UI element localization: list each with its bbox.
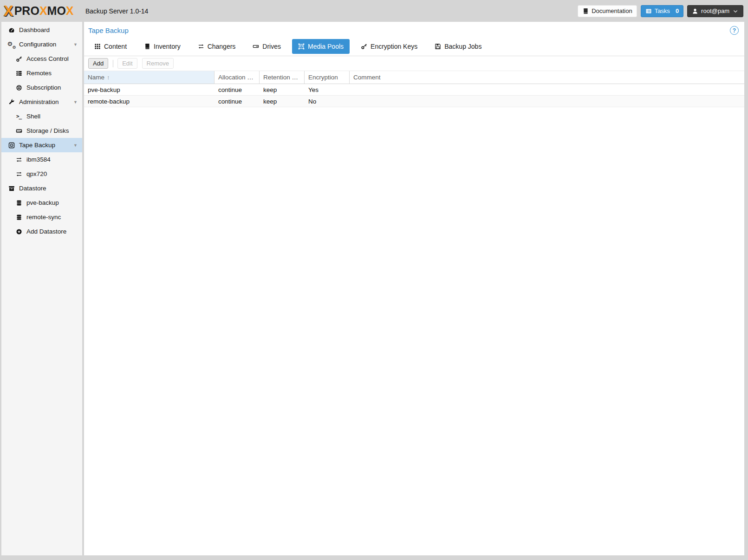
tab-bar: Content Inventory Changers Drives Media … <box>84 39 744 56</box>
column-header-name[interactable]: Name ↑ <box>84 71 215 84</box>
chevron-down-icon <box>732 8 739 14</box>
window-edge <box>744 22 746 555</box>
sidebar-item-label: Shell <box>26 113 40 120</box>
object-group-icon <box>298 43 305 50</box>
sidebar-item-label: pve-backup <box>26 199 59 206</box>
wordmark-part: X <box>39 4 47 17</box>
tape-icon <box>7 142 15 149</box>
hdd-icon <box>15 128 23 134</box>
task-list-icon <box>645 8 652 14</box>
sidebar-item-tape-backup[interactable]: Tape Backup ▼ <box>1 138 82 152</box>
tab-content[interactable]: Content <box>88 39 133 54</box>
sidebar-item-label: qpx720 <box>26 170 47 177</box>
collapse-arrow-icon[interactable]: ▼ <box>73 100 78 104</box>
content-header: Tape Backup ? <box>84 22 744 39</box>
sidebar-item-ibm3584[interactable]: ibm3584 <box>1 152 82 167</box>
database-icon <box>15 214 23 221</box>
cell-comment <box>350 84 744 95</box>
column-header-label: Encryption <box>308 74 338 81</box>
column-header-allocation[interactable]: Allocation … <box>215 71 260 84</box>
sidebar-item-label: Configuration <box>19 41 56 48</box>
sidebar-item-subscription[interactable]: Subscription <box>1 80 82 95</box>
sidebar-item-label: Datastore <box>19 185 46 192</box>
proxmox-x-logo-icon: X <box>4 4 13 18</box>
book-icon <box>582 8 589 14</box>
sidebar-item-remotes[interactable]: Remotes <box>1 66 82 80</box>
tab-drives[interactable]: Drives <box>247 39 287 54</box>
cell-comment <box>350 96 744 107</box>
table-header-row: Name ↑ Allocation … Retention … Encrypti… <box>84 71 744 84</box>
sidebar-item-datastore[interactable]: Datastore <box>1 181 82 195</box>
tasks-button[interactable]: Tasks 0 <box>641 5 683 17</box>
tasks-label: Tasks <box>655 7 670 14</box>
tab-label: Changers <box>208 43 236 50</box>
cell-encryption: Yes <box>305 84 350 95</box>
sidebar-item-label: Tape Backup <box>19 142 55 149</box>
sidebar-item-add-datastore[interactable]: Add Datastore <box>1 224 82 239</box>
wordmark-part: MO <box>47 4 66 17</box>
sort-asc-icon: ↑ <box>107 74 110 81</box>
table-row[interactable]: remote-backup continue keep No <box>84 96 744 107</box>
plus-circle-icon <box>15 228 23 235</box>
dashboard-gauge-icon <box>7 27 15 33</box>
tab-label: Encryption Keys <box>371 43 417 50</box>
sidebar-item-qpx720[interactable]: qpx720 <box>1 167 82 181</box>
sidebar-item-remote-sync[interactable]: remote-sync <box>1 210 82 224</box>
cell-retention: keep <box>260 84 305 95</box>
sidebar-item-label: Add Datastore <box>26 228 66 235</box>
column-header-comment[interactable]: Comment <box>350 71 744 84</box>
collapse-arrow-icon[interactable]: ▼ <box>73 42 78 47</box>
exchange-arrows-icon <box>15 156 23 163</box>
page-title: Tape Backup <box>88 26 129 34</box>
book-icon <box>144 43 150 50</box>
proxmox-wordmark: PROXMOX <box>14 5 74 17</box>
sidebar-item-label: Access Control <box>26 55 69 62</box>
life-ring-icon <box>15 85 23 91</box>
sidebar-item-access-control[interactable]: Access Control <box>1 52 82 66</box>
wrench-icon <box>7 99 15 105</box>
tab-backup-jobs[interactable]: Backup Jobs <box>429 39 488 54</box>
save-icon <box>435 43 441 50</box>
user-menu-button[interactable]: root@pam <box>687 5 743 17</box>
cell-retention: keep <box>260 96 305 107</box>
proxmox-logo: X PROXMOX <box>4 4 83 18</box>
cell-allocation: continue <box>215 96 260 107</box>
tasks-count-badge: 0 <box>676 7 679 14</box>
sidebar-item-shell[interactable]: >_ Shell <box>1 109 82 124</box>
grid-icon <box>94 43 101 50</box>
table-body: pve-backup continue keep Yes remote-back… <box>84 84 744 107</box>
remove-button: Remove <box>142 58 174 69</box>
column-header-label: Retention … <box>263 74 298 81</box>
column-header-retention[interactable]: Retention … <box>260 71 305 84</box>
tab-label: Drives <box>262 43 281 50</box>
tab-media-pools[interactable]: Media Pools <box>292 39 350 54</box>
sidebar-item-storage-disks[interactable]: Storage / Disks <box>1 124 82 138</box>
collapse-arrow-icon[interactable]: ▼ <box>73 143 78 148</box>
column-header-label: Allocation … <box>218 74 254 81</box>
terminal-icon: >_ <box>15 113 23 119</box>
help-icon[interactable]: ? <box>730 26 739 35</box>
sidebar-item-label: Remotes <box>26 70 52 77</box>
product-version-label: Backup Server 1.0-14 <box>85 7 574 15</box>
sidebar-item-dashboard[interactable]: Dashboard <box>1 23 82 37</box>
media-pools-table: Name ↑ Allocation … Retention … Encrypti… <box>84 71 744 107</box>
tab-encryption-keys[interactable]: Encryption Keys <box>355 39 423 54</box>
tab-label: Content <box>104 43 127 50</box>
cell-encryption: No <box>305 96 350 107</box>
user-label: root@pam <box>701 7 729 14</box>
add-button[interactable]: Add <box>88 58 108 69</box>
sidebar-item-configuration[interactable]: ⚙⚙ Configuration ▼ <box>1 37 82 52</box>
column-header-encryption[interactable]: Encryption <box>305 71 350 84</box>
tab-changers[interactable]: Changers <box>192 39 242 54</box>
tab-inventory[interactable]: Inventory <box>138 39 187 54</box>
sidebar-item-pve-backup[interactable]: pve-backup <box>1 195 82 210</box>
sidebar-item-label: ibm3584 <box>26 156 51 163</box>
sidebar-item-administration[interactable]: Administration ▼ <box>1 95 82 109</box>
table-row[interactable]: pve-backup continue keep Yes <box>84 84 744 96</box>
tab-label: Inventory <box>154 43 181 50</box>
documentation-button[interactable]: Documentation <box>578 5 637 17</box>
column-header-label: Name <box>88 74 104 81</box>
sidebar-item-label: Storage / Disks <box>26 127 69 134</box>
cell-name: remote-backup <box>84 96 215 107</box>
server-list-icon <box>15 70 23 77</box>
